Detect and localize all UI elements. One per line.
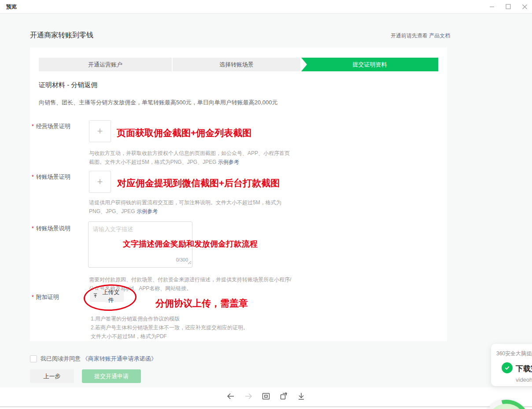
label-transfer-proof: *转账场景证明 [32,173,70,181]
helper-text: 请提供用户获得钱的前置流程交互图，可加注释说明。文件大小不超过5M，格式为PNG… [89,199,281,214]
required-asterisk: * [32,174,34,180]
page-body: 开通商家转账到零钱 开通前请先查看 产品文档 开通运营账户 选择转账场景 提交证… [0,13,532,409]
window-bottom-divider [0,406,532,407]
rotate-icon[interactable] [278,391,289,402]
red-annotation-business-scene: 页面获取佣金截图+佣金列表截图 [117,127,251,139]
section-title: 证明材料 - 分销返佣 [39,81,97,89]
helper-transfer-proof: 请提供用户获得钱的前置流程交互图，可加注释说明。文件大小不超过5M，格式为PNG… [89,198,287,216]
notification-filename: videoh [516,376,532,383]
page-title: 开通商家转账到零钱 [30,31,93,40]
required-asterisk: * [32,294,34,300]
360-ball-inner [487,404,526,409]
upload-button-label: 上传文件 [101,288,121,304]
step-bar: 开通运营账户 选择转账场景 提交证明资料 [39,58,438,71]
maximize-icon[interactable] [505,4,511,10]
close-icon[interactable] [521,4,528,10]
step-submit-proof-active[interactable]: 提交证明资料 [301,58,438,71]
app-window: 预览 开通商家转账到零钱 开通前请先查看 产品文档 开通运营账户 选择转账场景 … [0,0,532,409]
submit-application-button[interactable]: 提交开通申请 [82,369,141,383]
product-doc-link[interactable]: 产品文档 [429,33,450,39]
example-link-business-scene[interactable]: 示例参考 [218,159,239,165]
doc-hint-text: 开通前请先查看 [391,33,429,39]
back-icon[interactable] [225,391,236,402]
forward-icon[interactable] [243,391,254,402]
helper-line: 2.若商户号主体和分销场景主体不一致，还应补充提交相应的证明。 [91,323,248,332]
notification-popup[interactable]: 360安全大脑提醒 下载完成 videoh [491,344,532,386]
required-asterisk: * [32,225,34,232]
helper-line: 文件大小不超过5M，格式为PDF [91,332,248,341]
helper-business-scene: 与收款方互动，并获取收款方授权个人信息的页面截图，如公众号、APP、小程序首页截… [89,149,292,166]
fit-window-icon[interactable] [261,391,271,402]
helper-text: 与收款方互动，并获取收款方授权个人信息的页面截图，如公众号、APP、小程序首页截… [89,150,290,165]
resize-grip-icon[interactable] [187,258,192,266]
prev-step-button[interactable]: 上一步 [30,369,74,383]
doc-hint: 开通前请先查看 产品文档 [391,32,450,40]
check-circle-icon [502,362,513,373]
helper-extra-proof: 1.用户签署的分销返佣合作协议的模版 2.若商户号主体和分销场景主体不一致，还应… [91,314,248,341]
form-card: 开通运营账户 选择转账场景 提交证明资料 证明材料 - 分销返佣 向销售、团长、… [30,48,447,341]
red-annotation-transfer-desc: 文字描述佣金奖励和发放佣金打款流程 [123,239,258,249]
plus-icon: + [97,126,103,136]
bottom-toolbar [0,387,532,409]
window-title: 预览 [6,3,17,11]
upload-box-transfer-proof[interactable]: + [89,171,111,193]
section-description: 向销售、团长、主播等分销方发放佣金，单笔转账最高500元，单日向单用户转账最高2… [39,99,277,107]
upload-box-business-scene[interactable]: + [89,120,111,142]
minimize-icon[interactable] [489,4,495,10]
titlebar: 预览 [0,0,532,14]
label-business-scene: *经营场景证明 [32,122,70,130]
label-transfer-desc: *转账场景说明 [32,225,70,232]
red-annotation-transfer-proof: 对应佣金提现到微信截图+后台打款截图 [117,177,280,189]
plus-icon: + [97,177,103,187]
upload-file-button[interactable]: 上传文件 [90,290,124,302]
window-controls [489,0,528,13]
char-counter: 0/300 [176,257,188,262]
upload-icon [92,293,98,300]
example-link-transfer-proof[interactable]: 示例参考 [137,208,158,214]
label-text: 经营场景证明 [36,123,70,129]
agreement-row: 我已阅读并同意 《商家转账开通申请承诺函》 [30,355,157,363]
notification-app-title: 360安全大脑提醒 [496,350,532,357]
agreement-prefix: 我已阅读并同意 [41,355,82,362]
agreement-link[interactable]: 《商家转账开通申请承诺函》 [82,355,157,362]
red-annotation-extra-proof: 分佣协议上传，需盖章 [155,297,248,310]
required-asterisk: * [32,123,34,129]
label-extra-proof: *附加证明 [32,293,59,301]
helper-line: 1.用户签署的分销返佣合作协议的模版 [91,314,248,323]
label-text: 转账场景证明 [36,173,70,180]
step-choose-scene[interactable]: 选择转账场景 [173,58,300,71]
agreement-text: 我已阅读并同意 《商家转账开通申请承诺函》 [41,355,157,363]
toolbar-icons [225,391,307,402]
download-icon[interactable] [296,391,307,402]
step-open-account[interactable]: 开通运营账户 [39,58,172,71]
label-text: 附加证明 [36,294,59,300]
notification-status: 下载完成 [516,364,532,374]
agreement-checkbox[interactable] [30,355,37,362]
label-text: 转账场景说明 [36,225,70,232]
